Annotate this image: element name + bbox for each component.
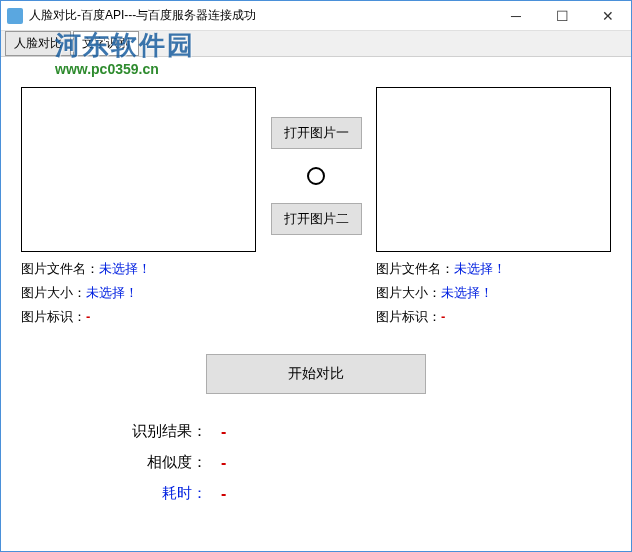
left-column: 图片文件名：未选择！ 图片大小：未选择！ 图片标识：- — [21, 87, 256, 332]
left-size-label: 图片大小： — [21, 285, 86, 300]
left-size-line: 图片大小：未选择！ — [21, 284, 256, 302]
right-size-line: 图片大小：未选择！ — [376, 284, 611, 302]
content-area: 图片文件名：未选择！ 图片大小：未选择！ 图片标识：- 打开图片一 打开图片二 — [1, 57, 631, 503]
left-id-label: 图片标识： — [21, 309, 86, 324]
maximize-button[interactable]: ☐ — [539, 1, 585, 31]
left-size-value: 未选择！ — [86, 285, 138, 300]
minimize-button[interactable]: ─ — [493, 1, 539, 31]
right-filename-value: 未选择！ — [454, 261, 506, 276]
results-block: 识别结果： - 相似度： - 耗时： - — [21, 422, 611, 503]
toolbar: 人脸对比 文字识别 — [1, 31, 631, 57]
similarity-line: 相似度： - — [21, 453, 611, 472]
result-value: - — [221, 423, 226, 441]
right-id-line: 图片标识：- — [376, 308, 611, 326]
right-id-value: - — [441, 309, 445, 324]
right-size-value: 未选择！ — [441, 285, 493, 300]
image-box-1 — [21, 87, 256, 252]
tab-text-recognition[interactable]: 文字识别 — [73, 31, 139, 56]
titlebar: 人脸对比-百度API---与百度服务器连接成功 ─ ☐ ✕ — [1, 1, 631, 31]
right-size-label: 图片大小： — [376, 285, 441, 300]
left-info: 图片文件名：未选择！ 图片大小：未选择！ 图片标识：- — [21, 260, 256, 326]
close-button[interactable]: ✕ — [585, 1, 631, 31]
window-controls: ─ ☐ ✕ — [493, 1, 631, 31]
left-filename-label: 图片文件名： — [21, 261, 99, 276]
image-box-2 — [376, 87, 611, 252]
open-image-1-button[interactable]: 打开图片一 — [271, 117, 362, 149]
app-icon — [7, 8, 23, 24]
right-column: 图片文件名：未选择！ 图片大小：未选择！ 图片标识：- — [376, 87, 611, 332]
start-row: 开始对比 — [21, 354, 611, 394]
left-id-line: 图片标识：- — [21, 308, 256, 326]
similarity-label: 相似度： — [21, 453, 221, 472]
result-label: 识别结果： — [21, 422, 221, 441]
left-id-value: - — [86, 309, 90, 324]
left-filename-line: 图片文件名：未选择！ — [21, 260, 256, 278]
image-row: 图片文件名：未选择！ 图片大小：未选择！ 图片标识：- 打开图片一 打开图片二 — [21, 87, 611, 332]
tab-face-compare[interactable]: 人脸对比 — [5, 31, 71, 56]
status-circle-icon — [307, 167, 325, 185]
window-title: 人脸对比-百度API---与百度服务器连接成功 — [29, 7, 493, 24]
app-window: 人脸对比-百度API---与百度服务器连接成功 ─ ☐ ✕ 人脸对比 文字识别 … — [0, 0, 632, 552]
time-value: - — [221, 485, 226, 503]
time-label: 耗时： — [21, 484, 221, 503]
similarity-value: - — [221, 454, 226, 472]
start-compare-button[interactable]: 开始对比 — [206, 354, 426, 394]
open-image-2-button[interactable]: 打开图片二 — [271, 203, 362, 235]
right-info: 图片文件名：未选择！ 图片大小：未选择！ 图片标识：- — [376, 260, 611, 326]
result-line: 识别结果： - — [21, 422, 611, 441]
center-controls: 打开图片一 打开图片二 — [271, 87, 362, 235]
right-filename-label: 图片文件名： — [376, 261, 454, 276]
left-filename-value: 未选择！ — [99, 261, 151, 276]
right-filename-line: 图片文件名：未选择！ — [376, 260, 611, 278]
time-line: 耗时： - — [21, 484, 611, 503]
right-id-label: 图片标识： — [376, 309, 441, 324]
